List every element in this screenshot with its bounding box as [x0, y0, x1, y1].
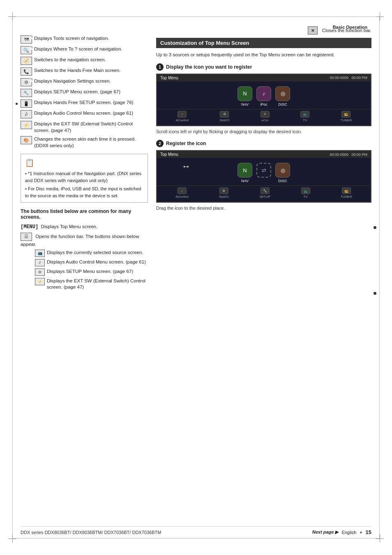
footer-language: English — [341, 530, 356, 535]
screen2-icon-disc: ◎ DISC — [275, 163, 290, 183]
close-bar-text: Closes the function bar. — [322, 28, 371, 33]
bottom-btn-tv: 📺 TV — [300, 111, 309, 122]
nav-icon-circle: N — [238, 86, 252, 101]
screen-title-2: Top Menu — [160, 152, 178, 157]
right-column: ✕ Closes the function bar. Customization… — [156, 35, 371, 293]
close-bar-icon: ✕ — [308, 26, 318, 35]
step-2-heading: 2 Register the icon — [156, 140, 371, 147]
page-border-bottom — [12, 538, 380, 539]
screen-icon-nav: N NAV — [238, 86, 252, 106]
crosshair-top-left — [8, 12, 16, 21]
screen-icon-disc: ◎ DISC — [275, 86, 290, 106]
bottom-icon-acontrol: ♪ — [178, 111, 187, 118]
crosshair-bottom-left — [8, 534, 16, 543]
hands-free-setup-icon: 📱 — [21, 99, 32, 108]
menu-btn-label: [MENU] — [21, 224, 38, 230]
list-item-hands-free-main: 📞 Switches to the Hands Free Main screen… — [21, 67, 148, 76]
page-footer: DDX series DDX8036BT/ DDX8036BTM/ DDX703… — [21, 526, 371, 535]
list-item-hands-free-setup: 📱 Displays Hands Free SETUP screen. (pag… — [21, 99, 148, 108]
page-border-left — [12, 16, 13, 539]
screen2-nav-label: NAV — [241, 179, 249, 183]
bottom2-icon-setup: 🔧 — [261, 187, 270, 194]
content-area: Basic Operation 🗺 *1 Displays Tools scre… — [21, 25, 371, 530]
screen-titlebar-1: Top Menu 00:00-0000 00:00 PM — [157, 74, 371, 81]
screen2-icon-middle: ⇄ — [256, 163, 271, 183]
bottom2-btn-setup: 🔧 SETUP — [259, 187, 270, 199]
footer-next-page: Next page ▶ — [312, 530, 339, 535]
screen-time-1: 00:00-0000 00:00 PM — [330, 76, 367, 80]
bottom2-icon-acontrol: ♪ — [178, 187, 187, 194]
list-item-tools-nav: 🗺 *1 Displays Tools screen of navigation… — [21, 35, 148, 44]
nav-settings-icon: ⚙ *1 — [21, 78, 32, 86]
tools-nav-text: Displays Tools screen of navigation. — [34, 35, 109, 42]
common-button-list: [MENU] Displays Top Menu screen. ☰ Opens… — [21, 223, 148, 291]
footer-series: DDX series DDX8036BT/ DDX8036BTM/ DDX703… — [21, 530, 161, 535]
bottom2-icon-sistrci: ⚙ — [219, 187, 228, 194]
left-column: 🗺 *1 Displays Tools screen of navigation… — [21, 35, 148, 293]
nav-screen-text: Switches to the navigation screen. — [34, 57, 106, 63]
footer-right: Next page ▶ English ● 15 — [312, 529, 371, 535]
note-item-1: • *1 Instruction manual of the Navigatio… — [25, 170, 143, 184]
menu-btn-text: Displays Top Menu screen. — [41, 224, 98, 229]
screen-skin-text: Changes the screen skin each time it is … — [34, 136, 148, 149]
bottom2-btn-acontrol: ♪ AControl — [175, 187, 188, 199]
note-item-2: • For Disc media, iPod, USB and SD, the … — [25, 185, 143, 199]
sub-ext-sw-icon: ⚡ — [35, 278, 45, 285]
note-icon: 📋 — [25, 157, 143, 169]
sub-audio-text: Displays Audio Control Menu screen. (pag… — [47, 259, 146, 266]
screen-mockup-1: Top Menu 00:00-0000 00:00 PM N NAV ♪ iPo… — [156, 74, 371, 126]
footer-dot: ● — [360, 530, 362, 534]
audio-control-text: Displays Audio Control Menu screen. (pag… — [34, 110, 133, 117]
sub-setup-text: Displays SETUP Menu screen. (page 67) — [47, 268, 133, 275]
note-box: 📋 • *1 Instruction manual of the Navigat… — [21, 154, 148, 203]
bottom-icon-tuner: 📻 — [341, 111, 350, 118]
screen2-disc-label: DISC — [278, 179, 287, 183]
hands-free-main-icon: 📞 — [21, 67, 32, 76]
screen-icons-row-2: N NAV ↔ ⇄ ◎ DISC — [157, 158, 371, 185]
screen2-disc-circle: ◎ — [275, 163, 290, 178]
crosshair-top-right — [376, 12, 384, 21]
right-margin-dot-2 — [374, 292, 376, 295]
bottom2-icon-tv: 📺 — [301, 187, 310, 194]
ext-sw-text: Displays the EXT SW (External Switch) Co… — [34, 121, 148, 134]
common-section-title: The buttons listed below are common for … — [21, 208, 148, 220]
step-1-heading: 1 Display the icon you want to register — [156, 63, 371, 71]
icon-list: 🗺 *1 Displays Tools screen of navigation… — [21, 35, 148, 149]
bottom2-btn-tv: 📺 TV — [301, 187, 310, 199]
screen-mockup-2: Top Menu 00:00-0000 00:00 PM N NAV ↔ ⇄ — [156, 150, 371, 203]
bottom-btn-acontrol: ♪ AControl — [176, 111, 189, 122]
nav-screen-icon: 🧭 — [21, 57, 32, 65]
bottom-btn-tuner: 📻 TUNER — [341, 111, 352, 122]
disc-icon-circle: ◎ — [275, 86, 290, 101]
sub-item-audio-control: ∂ Displays Audio Control Menu screen. (p… — [35, 259, 148, 266]
right-margin-dot-1 — [374, 226, 376, 229]
function-bar-sub-list: 📺 Displays the currently selected source… — [35, 250, 148, 291]
list-item-audio-control: ∂ Displays Audio Control Menu screen. (p… — [21, 110, 148, 118]
footer-page-number: 15 — [366, 529, 371, 535]
ipod-label: iPoc — [260, 102, 267, 106]
sub-item-ext-sw: ⚡ Displays the EXT SW (External Switch) … — [35, 278, 148, 291]
screen-bottom-row-1: ♪ AControl ⚙ SistrCI ≡ uCm 📺 TV — [157, 109, 371, 125]
list-item-nav-settings: ⚙ *1 Displays Navigation Settings screen… — [21, 78, 148, 86]
setup-menu-text: Displays SETUP Menu screen. (page 67) — [34, 89, 120, 95]
screen2-icon-nav: N NAV — [238, 163, 252, 183]
step-1-caption: Scroll icons left or right by flicking o… — [156, 129, 371, 135]
bottom-icon-sistrci: ⚙ — [220, 111, 229, 118]
common-section: The buttons listed below are common for … — [21, 208, 148, 291]
bottom-icon-ucm: ≡ — [261, 111, 270, 118]
where-to-icon: 🔍 *1 — [21, 46, 32, 54]
bottom-icon-tv: 📺 — [300, 111, 309, 118]
step-1-title: Display the icon you want to register — [166, 64, 252, 70]
where-to-text: Displays Where To ? screen of navigation… — [34, 46, 122, 53]
step-2-title: Register the icon — [166, 141, 206, 146]
list-item-ext-sw: ⚡ Displays the EXT SW (External Switch) … — [21, 121, 148, 134]
screen-skin-icon: 🎨 — [21, 136, 32, 144]
screen-icons-row-1: N NAV ♪ iPoc ◎ DISC — [157, 81, 371, 109]
audio-control-icon: ∂ — [21, 110, 32, 118]
list-item-menu-btn: [MENU] Displays Top Menu screen. — [21, 223, 148, 231]
bottom-btn-sistrci: ⚙ SistrCI — [219, 111, 229, 122]
list-item-where-to: 🔍 *1 Displays Where To ? screen of navig… — [21, 46, 148, 54]
sub-ext-sw-text: Displays the EXT SW (External Switch) Co… — [47, 278, 148, 291]
screen2-middle-label — [263, 179, 265, 183]
bottom-btn-ucm: ≡ uCm — [261, 111, 270, 122]
